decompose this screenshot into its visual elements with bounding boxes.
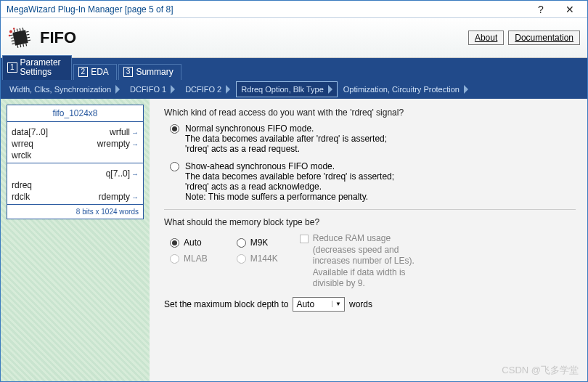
tab-number: 1	[7, 62, 17, 73]
subtab-dcfifo2[interactable]: DCFIFO 2	[181, 82, 234, 97]
about-button[interactable]: About	[468, 31, 504, 45]
subtab-width-clks[interactable]: Width, Clks, Synchronization	[5, 82, 124, 97]
watermark: CSDN @飞多学堂	[502, 364, 579, 377]
radio-icon	[170, 238, 179, 248]
titlebar: MegaWizard Plug-In Manager [page 5 of 8]…	[1, 1, 587, 18]
text-line: 'rdreq' acts as a read request.	[185, 144, 387, 154]
option-text: Normal synchronous FIFO mode. The data b…	[185, 123, 387, 154]
radio-icon	[170, 124, 179, 134]
svg-rect-0	[12, 30, 28, 45]
svg-line-9	[14, 30, 15, 33]
fifo-block-diagram: fifo_1024x8 data[7..0]wrfull wrreqwrempt…	[7, 105, 144, 219]
radio-m144k[interactable]: M144K	[237, 253, 278, 264]
text-line: The data becomes available after 'rdreq'…	[185, 134, 387, 144]
depth-label: Set the maximum block depth to	[164, 299, 288, 309]
tab-label: Summary	[136, 67, 173, 77]
port-label: rdreq	[12, 180, 32, 190]
subtab-optimization[interactable]: Optimization, Circuitry Protection	[339, 82, 473, 97]
subtab-dcfifo1[interactable]: DCFIFO 1	[126, 82, 179, 97]
port-label: wrreq	[12, 139, 33, 149]
svg-line-6	[26, 34, 29, 35]
window-title: MegaWizard Plug-In Manager [page 5 of 8]	[7, 4, 526, 15]
page-title: FIFO	[40, 28, 468, 47]
svg-line-4	[12, 44, 15, 44]
chevron-down-icon: ▼	[332, 301, 341, 307]
tab-number: 2	[78, 67, 89, 77]
port-label: rdempty	[99, 192, 139, 202]
help-button[interactable]: ?	[526, 1, 555, 18]
radio-mlab[interactable]: MLAB	[170, 253, 208, 264]
svg-point-19	[9, 35, 11, 37]
radio-icon	[170, 162, 179, 171]
option-label: Auto	[184, 237, 202, 248]
svg-line-15	[23, 44, 24, 46]
port-label: wrclk	[12, 150, 31, 160]
header: FIFO About Documentation	[1, 18, 587, 58]
option-label: M9K	[250, 237, 269, 248]
svg-line-13	[17, 45, 18, 48]
radio-icon	[170, 254, 179, 264]
port-label: data[7..0]	[12, 127, 48, 137]
svg-line-2	[11, 38, 14, 38]
radio-normal-fifo[interactable]: Normal synchronous FIFO mode. The data b…	[170, 123, 576, 154]
tab-eda[interactable]: 2 EDA	[73, 64, 117, 80]
svg-line-3	[12, 41, 15, 41]
svg-line-11	[20, 28, 20, 31]
option-label: MLAB	[184, 253, 208, 264]
radio-auto[interactable]: Auto	[170, 237, 208, 248]
body: fifo_1024x8 data[7..0]wrfull wrreqwrempt…	[1, 99, 587, 382]
text-line: Show-ahead synchronous FIFO mode.	[185, 161, 394, 171]
svg-line-16	[26, 44, 27, 46]
svg-line-8	[28, 40, 30, 41]
svg-line-7	[27, 37, 30, 38]
checkbox-label: Reduce RAM usage (decreases speed and in…	[313, 233, 436, 290]
chip-icon	[8, 25, 33, 50]
main-tabs: 1 Parameter Settings 2 EDA 3 Summary	[1, 58, 587, 80]
checkbox-reduce-ram: Reduce RAM usage (decreases speed and in…	[300, 233, 436, 290]
radio-icon	[237, 238, 246, 248]
documentation-button[interactable]: Documentation	[508, 31, 580, 45]
tab-number: 3	[123, 67, 134, 77]
option-text: Show-ahead synchronous FIFO mode. The da…	[185, 161, 394, 202]
text-line: 'rdreq' acts as a read acknowledge.	[185, 182, 394, 192]
block-name: fifo_1024x8	[7, 105, 143, 122]
svg-line-1	[10, 35, 13, 36]
radio-icon	[237, 254, 246, 264]
svg-line-10	[17, 29, 17, 32]
tab-label: EDA	[91, 67, 109, 77]
svg-point-17	[9, 30, 13, 33]
port-label: rdclk	[12, 192, 30, 202]
block-footer: 8 bits x 1024 words	[7, 204, 143, 219]
port-label: wrfull	[110, 127, 139, 137]
option-label: M144K	[250, 253, 278, 264]
text-line: The data becomes available before 'rdreq…	[185, 171, 394, 182]
divider	[164, 209, 576, 210]
question-rdreq: Which kind of read access do you want wi…	[164, 107, 576, 118]
close-button[interactable]: ✕	[555, 1, 584, 18]
radio-showahead-fifo[interactable]: Show-ahead synchronous FIFO mode. The da…	[170, 161, 576, 202]
svg-line-12	[23, 28, 23, 31]
tab-label: Parameter Settings	[20, 58, 64, 77]
max-block-depth-select[interactable]: Auto ▼	[293, 297, 345, 312]
sub-tabs: Width, Clks, Synchronization DCFIFO 1 DC…	[1, 80, 587, 99]
svg-line-5	[26, 31, 29, 32]
subtab-rdreq-blk[interactable]: Rdreq Option, Blk Type	[236, 81, 338, 97]
question-memblock: What should the memory block type be?	[164, 217, 576, 227]
svg-line-14	[20, 44, 21, 47]
svg-point-18	[13, 28, 15, 30]
radio-m9k[interactable]: M9K	[237, 237, 278, 248]
checkbox-icon	[300, 235, 309, 243]
port-label: wrempty	[97, 139, 139, 149]
preview-panel: fifo_1024x8 data[7..0]wrfull wrreqwrempt…	[1, 99, 150, 382]
options-panel: Which kind of read access do you want wi…	[150, 99, 587, 382]
text-line: Normal synchronous FIFO mode.	[185, 123, 387, 134]
tab-parameter-settings[interactable]: 1 Parameter Settings	[2, 55, 72, 80]
select-value: Auto	[296, 299, 314, 309]
text-line: Note: This mode suffers a performance pe…	[185, 192, 394, 202]
port-label: q[7..0]	[106, 168, 139, 179]
depth-unit: words	[349, 299, 372, 309]
tab-summary[interactable]: 3 Summary	[118, 64, 181, 80]
